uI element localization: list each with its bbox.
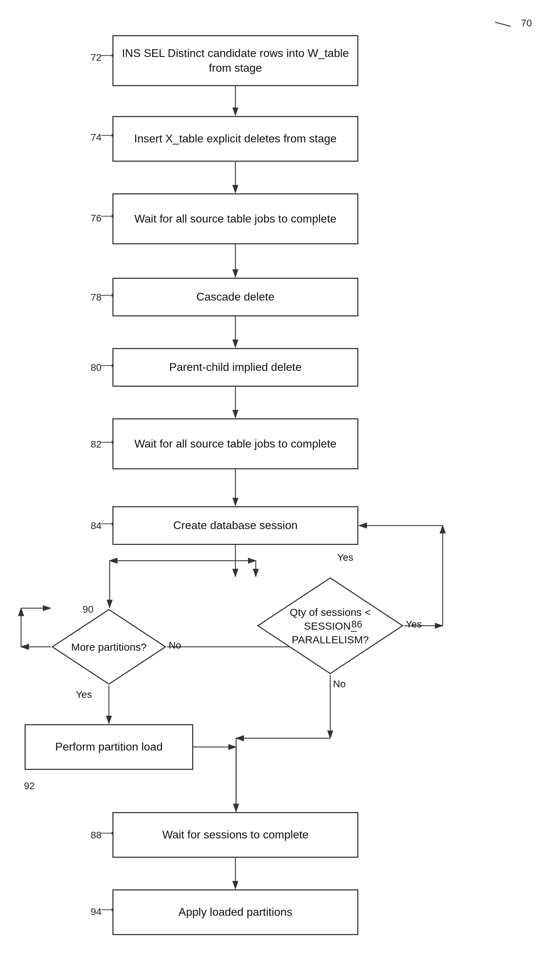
ref-70: 70	[521, 18, 532, 29]
ref-94: 94	[91, 906, 102, 918]
box-74: Insert X_table explicit deletes from sta…	[113, 116, 358, 162]
ref-70-arrow	[493, 19, 514, 30]
box-84: Create database session	[113, 506, 358, 545]
diamond-86: Qty of sessions < SESSION_ PARALLELISM?	[256, 577, 404, 675]
ref-72: 72	[91, 52, 102, 63]
label-no-90-right: No	[169, 640, 181, 651]
svg-marker-40	[112, 522, 113, 526]
svg-line-0	[495, 22, 511, 26]
svg-marker-36	[112, 364, 113, 367]
label-yes-86-right: Yes	[406, 619, 422, 630]
svg-marker-28	[112, 54, 113, 57]
ref-84: 84	[91, 520, 102, 532]
box-82: Wait for all source table jobs to comple…	[113, 418, 358, 469]
ref-92: 92	[24, 781, 35, 792]
ref-86: 86	[351, 619, 362, 630]
box-76: Wait for all source table jobs to comple…	[113, 193, 358, 244]
label-yes-90-bottom: Yes	[76, 689, 92, 700]
svg-marker-30	[112, 134, 113, 137]
svg-marker-41	[258, 578, 402, 674]
svg-marker-42	[52, 610, 165, 684]
ref-80: 80	[91, 362, 102, 373]
svg-marker-34	[112, 293, 113, 297]
svg-marker-46	[112, 908, 113, 911]
diagram-container: 70	[0, 0, 560, 959]
box-72: INS SEL Distinct candidate rows into W_t…	[113, 35, 358, 86]
ref-74: 74	[91, 132, 102, 143]
box-92: Perform partition load	[25, 724, 193, 770]
svg-marker-38	[112, 440, 113, 444]
ref-82: 82	[91, 439, 102, 450]
box-78: Cascade delete	[113, 278, 358, 316]
label-yes-86-top: Yes	[337, 552, 353, 563]
box-94: Apply loaded partitions	[113, 889, 358, 935]
box-88: Wait for sessions to complete	[113, 812, 358, 858]
svg-marker-44	[112, 832, 113, 835]
ref-76: 76	[91, 213, 102, 224]
box-80: Parent-child implied delete	[113, 348, 358, 387]
svg-marker-32	[112, 214, 113, 218]
diamond-90: More partitions?	[51, 608, 167, 685]
ref-78: 78	[91, 292, 102, 303]
label-no-86-bottom: No	[333, 679, 346, 690]
ref-88: 88	[91, 830, 102, 841]
ref-90: 90	[83, 604, 94, 615]
